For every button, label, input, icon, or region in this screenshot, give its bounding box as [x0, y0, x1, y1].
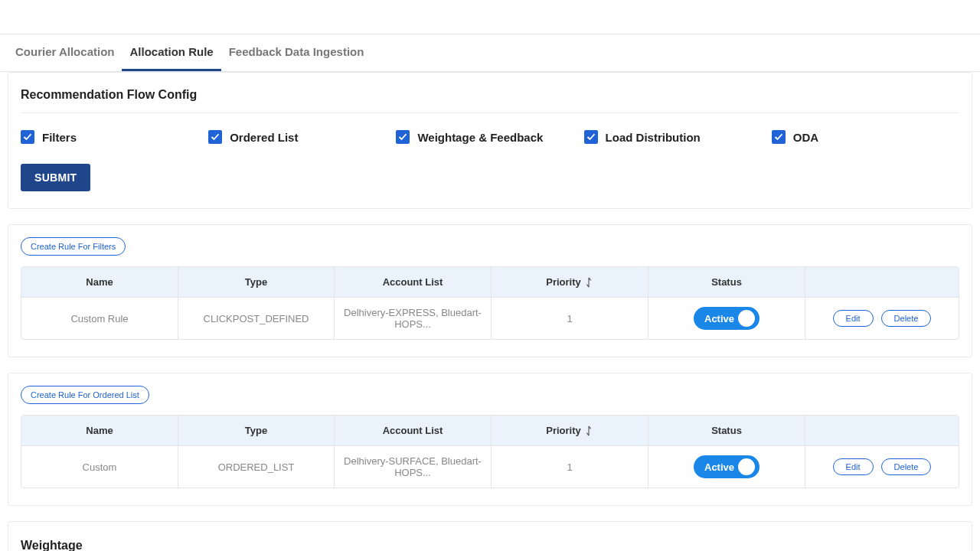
cell-status: Active — [648, 297, 805, 339]
tab-bar: Courier Allocation Allocation Rule Feedb… — [0, 34, 980, 72]
checkbox-icon — [584, 130, 598, 144]
cell-actions: Edit Delete — [805, 297, 959, 339]
checkbox-load-distribution[interactable]: Load Distribution — [584, 130, 772, 144]
col-status: Status — [648, 416, 805, 445]
sort-icon — [584, 425, 593, 436]
delete-button[interactable]: Delete — [881, 458, 932, 475]
ordered-rules-card: Create Rule For Ordered List Name Type A… — [8, 373, 972, 506]
cell-type: ORDERED_LIST — [178, 445, 335, 487]
cell-account-list: Delhivery-EXPRESS, Bluedart-HOPS... — [335, 297, 492, 339]
checkbox-label: Ordered List — [230, 131, 298, 144]
filters-rules-card: Create Rule For Filters Name Type Accoun… — [8, 224, 972, 357]
cell-actions: Edit Delete — [805, 445, 959, 487]
top-bar — [0, 0, 980, 34]
col-name: Name — [21, 267, 178, 297]
cell-priority: 1 — [492, 445, 648, 487]
tab-feedback-data-ingestion[interactable]: Feedback Data Ingestion — [221, 34, 372, 71]
config-card: Recommendation Flow Config Filters Order… — [8, 72, 972, 209]
create-rule-filters-button[interactable]: Create Rule For Filters — [21, 237, 126, 256]
edit-button[interactable]: Edit — [833, 310, 874, 327]
status-label: Active — [704, 461, 734, 473]
status-toggle[interactable]: Active — [694, 455, 760, 478]
checkbox-icon — [208, 130, 222, 144]
filters-table: Name Type Account List Priority Status C… — [21, 266, 959, 340]
create-rule-ordered-button[interactable]: Create Rule For Ordered List — [21, 386, 149, 404]
cell-name: Custom — [21, 445, 178, 487]
col-priority[interactable]: Priority — [492, 416, 648, 445]
weightage-title: Weightage — [21, 534, 959, 551]
checkbox-icon — [772, 130, 786, 144]
cell-name: Custom Rule — [21, 297, 178, 339]
toggle-knob — [738, 458, 755, 475]
cell-type: CLICKPOST_DEFINED — [178, 297, 335, 339]
tab-allocation-rule[interactable]: Allocation Rule — [122, 34, 220, 71]
status-toggle[interactable]: Active — [694, 307, 760, 330]
col-priority-label: Priority — [546, 425, 581, 436]
config-title: Recommendation Flow Config — [21, 85, 959, 113]
checkbox-icon — [21, 130, 34, 144]
table-header-row: Name Type Account List Priority Status — [21, 416, 959, 445]
checkbox-label: Load Distribution — [606, 131, 701, 144]
col-type: Type — [178, 267, 335, 297]
delete-button[interactable]: Delete — [881, 310, 932, 327]
checkbox-filters[interactable]: Filters — [21, 130, 208, 144]
checkbox-label: ODA — [793, 131, 818, 144]
checkbox-label: Weightage & Feedback — [417, 131, 543, 144]
col-priority-label: Priority — [546, 276, 581, 288]
submit-button[interactable]: SUBMIT — [21, 164, 90, 191]
col-account-list: Account List — [335, 416, 492, 445]
sort-icon — [584, 277, 593, 288]
ordered-table: Name Type Account List Priority Status C… — [21, 415, 959, 488]
col-name: Name — [21, 416, 178, 445]
col-actions — [805, 267, 959, 297]
checkbox-oda[interactable]: ODA — [772, 130, 959, 144]
cell-status: Active — [648, 445, 805, 487]
table-header-row: Name Type Account List Priority Status — [21, 267, 959, 297]
checkbox-row: Filters Ordered List Weightage & Feedbac… — [21, 130, 959, 144]
col-account-list: Account List — [335, 267, 492, 297]
tab-courier-allocation[interactable]: Courier Allocation — [8, 34, 122, 71]
cell-priority: 1 — [492, 297, 648, 339]
checkbox-icon — [396, 130, 410, 144]
checkbox-label: Filters — [42, 131, 77, 144]
toggle-knob — [738, 310, 755, 327]
cell-account-list: Delhivery-SURFACE, Bluedart-HOPS... — [335, 445, 492, 487]
col-type: Type — [178, 416, 335, 445]
weightage-card: Weightage — [8, 521, 972, 551]
col-status: Status — [648, 267, 805, 297]
edit-button[interactable]: Edit — [833, 458, 874, 475]
col-priority[interactable]: Priority — [492, 267, 648, 297]
table-row: Custom Rule CLICKPOST_DEFINED Delhivery-… — [21, 297, 959, 339]
checkbox-ordered-list[interactable]: Ordered List — [208, 130, 396, 144]
col-actions — [805, 416, 959, 445]
checkbox-weightage-feedback[interactable]: Weightage & Feedback — [396, 130, 583, 144]
status-label: Active — [704, 313, 734, 324]
table-row: Custom ORDERED_LIST Delhivery-SURFACE, B… — [21, 445, 959, 487]
